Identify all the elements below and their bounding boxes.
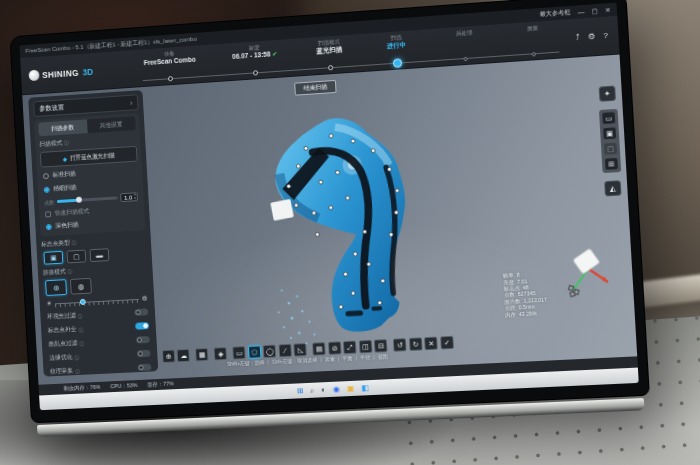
tab-other-settings[interactable]: 其他设置 [86,116,135,133]
laptop: FreeScan Combo - 5.1（新建工程1 - 新建工程1）xls_l… [9,0,651,441]
edge-browser-icon[interactable]: ◉ [333,385,340,394]
view-toolbar: ✦ ▭ ▣ ▢ ⊞ ◭ [598,85,623,196]
shining3d-logo: SHINING 3D [28,50,143,94]
help-icon[interactable]: ? [603,31,608,40]
redo-button[interactable]: ↻ [409,337,423,351]
reference-frame-hint: 最大参考框 [539,8,570,19]
align-marker-button[interactable]: ⊛ [45,279,67,296]
search-icon[interactable]: ⌕ [310,386,314,395]
scanned-model[interactable] [239,87,470,354]
clipboard-view-button[interactable]: ⊞ [604,157,619,171]
spacing-slider[interactable] [57,196,118,203]
settings-gear-icon[interactable]: ⚙ [588,32,596,42]
undo-button[interactable]: ↺ [393,338,407,352]
brand-name: SHINING [42,67,79,79]
logo-icon [29,70,40,81]
maximize-button[interactable]: ▢ [591,7,598,16]
info-icon: ⓘ [64,139,69,145]
pinned-app-icon[interactable]: ◧ [361,383,369,392]
step-dot [168,76,173,81]
close-button[interactable]: ✕ [605,6,611,15]
marker-type-options: ▣ ▢ ▬ [42,246,148,265]
mesh-view-button[interactable]: ◈ [214,347,227,361]
marker-type-none-button[interactable]: ▬ [89,248,109,262]
scan-noise [276,288,316,346]
radio-selected-icon [44,186,50,192]
step-device[interactable]: 设备 FreeScan Combo [143,49,197,86]
screen: FreeScan Combo - 5.1（新建工程1 - 新建工程1）xls_l… [19,3,638,411]
step-measure[interactable]: 测量 [517,24,550,61]
brush-select-button[interactable]: ◺ [294,343,308,357]
expand-selection-button[interactable]: ⤢ [343,341,357,355]
end-scan-button[interactable]: 结束扫描 [294,80,336,96]
file-explorer-icon[interactable]: ▣ [346,384,354,393]
marker-type-framed-button[interactable]: ▣ [43,251,63,265]
brightness-slider[interactable] [55,295,139,306]
spacing-value-input[interactable]: 1.0 ▴▾ [120,192,138,202]
info-icon: ⓘ [71,239,76,245]
step-postprocess[interactable]: 后处理 [449,29,481,65]
step-dot [328,65,333,70]
header-actions: ⤴ ⚙ ? [564,16,611,57]
marker-group: ▦ [195,348,208,361]
outlier-filter-toggle[interactable] [136,336,150,344]
step-scan[interactable]: 扫描 进行中 [381,33,413,69]
lock-view-button[interactable]: ▣ [602,126,617,140]
scan-settings-card: 扫描参数 其他设置 扫描模式 ⓘ ◆ 打开蓝色激光扫描 [34,113,145,236]
pointer-tool-button[interactable]: ✦ [599,85,616,101]
stepper-icons[interactable]: ▴▾ [134,193,136,200]
line-select-button[interactable]: ∕ [278,344,292,358]
cloud-button[interactable]: ☁ [177,349,190,362]
photo-scene: FreeScan Combo - 5.1（新建工程1 - 新建工程1）xls_l… [0,0,700,465]
laser-icon: ◆ [62,155,67,162]
cpu-status: CPU：53% [110,382,138,390]
marker-type-plain-button[interactable]: ▢ [66,250,86,264]
marker-view-button[interactable]: ▦ [195,348,208,361]
step-dot [463,57,467,61]
deselect-button[interactable]: ⊘ [328,341,342,355]
plane-cut-button[interactable]: ▤ [312,342,326,356]
screenshot-button[interactable]: ◭ [604,180,621,196]
cloud-add-button[interactable]: ⊕ [162,350,175,363]
calibration-check-icon: ✔ [272,50,278,57]
ambient-filter-toggle[interactable] [134,308,148,316]
polygon-select-button[interactable]: ⬠ [248,345,262,359]
task-view-icon[interactable]: ◐ [321,385,326,394]
minimize-button[interactable]: — [577,8,584,16]
mesh-group: ◈ [214,347,227,361]
marker-fill-toggle[interactable] [135,322,149,330]
sun-icon: ☀ [46,300,52,308]
delete-selected-button[interactable]: ⊟ [374,339,388,353]
unlock-view-button[interactable]: ▢ [603,142,618,156]
radio-dark-scan[interactable]: 深色扫描 [44,216,142,233]
toggle-row-texture: 纹理采集ⓘ [48,362,153,378]
parameter-sidebar: 参数设置 › 扫描参数 其他设置 扫描模式 ⓘ [28,90,158,377]
tab-scan-params[interactable]: 扫描参数 [38,119,87,136]
rect-select-button[interactable]: ▭ [233,346,246,360]
cancel-button[interactable]: ✕ [424,337,438,351]
brand-suffix: 3D [82,66,93,77]
cloud-group: ⊕ ☁ [162,349,190,363]
share-icon[interactable]: ⤴ [575,33,580,42]
scanner-orientation-widget[interactable] [550,245,620,314]
texture-capture-toggle[interactable] [138,364,152,372]
confirm-button[interactable]: ✓ [440,336,454,350]
viewport-canvas[interactable]: 结束扫描 参数设置 › 扫描参数 其他设置 [22,55,637,385]
fit-view-button[interactable]: ▭ [601,111,616,125]
step-scan-mode[interactable]: 扫描模式 蓝光扫描 [314,38,346,74]
step-dot [532,52,536,56]
align-mode-options: ⊛ ◍ [43,275,149,296]
edge-optimize-toggle[interactable] [137,350,151,358]
step-calibration[interactable]: 标定 06.07 - 13:58 ✔ [232,43,279,80]
lasso-select-button[interactable]: ◯ [263,345,277,359]
windows-start-icon[interactable]: ⊞ [296,386,303,395]
info-icon: ⓘ [67,268,72,274]
sidebar-tabs: 扫描参数 其他设置 [38,116,136,136]
gear-icon[interactable]: ⚙ [142,295,148,303]
chevron-right-icon: › [130,99,132,106]
gpu-status: 显存：77% [147,380,174,388]
invert-selection-button[interactable]: ◫ [359,340,373,354]
step-dot [253,70,258,75]
align-feature-button[interactable]: ◍ [70,278,92,295]
checkbox-icon [45,211,51,217]
